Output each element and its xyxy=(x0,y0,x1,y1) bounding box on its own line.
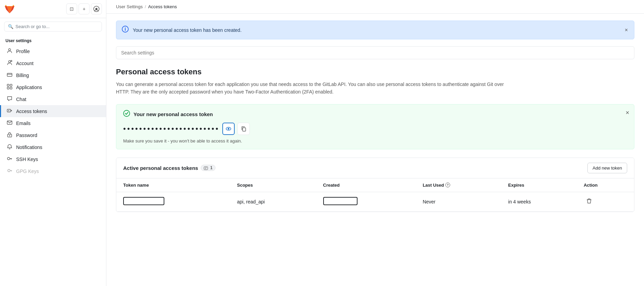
sidebar-item-chat[interactable]: Chat xyxy=(0,93,106,105)
sidebar-item-ssh-keys-label: SSH Keys xyxy=(16,157,101,162)
content-area: Your new personal access token has been … xyxy=(106,14,644,219)
active-tokens-section: Active personal access tokens 1 Add new … xyxy=(116,158,634,212)
gpg-keys-icon xyxy=(7,168,13,174)
svg-point-24 xyxy=(8,170,10,172)
password-icon xyxy=(7,132,13,138)
breadcrumb-separator: / xyxy=(145,4,146,9)
active-tokens-count: 1 xyxy=(210,165,213,170)
emails-icon xyxy=(7,120,13,126)
svg-rect-10 xyxy=(10,84,12,86)
svg-point-3 xyxy=(9,61,11,63)
svg-point-30 xyxy=(124,110,130,116)
search-bar[interactable]: 🔍 Search or go to... xyxy=(4,22,102,32)
sidebar: ⊡ + 🔍 Search or go to... User settings P… xyxy=(0,0,106,286)
token-created-placeholder xyxy=(323,197,358,205)
token-created-close-button[interactable]: × xyxy=(625,109,629,116)
token-name-placeholder xyxy=(123,197,164,205)
col-scopes: Scopes xyxy=(230,178,316,192)
search-settings-input[interactable] xyxy=(116,46,634,59)
sidebar-item-password-label: Password xyxy=(16,133,101,138)
active-tokens-header: Active personal access tokens 1 Add new … xyxy=(116,158,634,178)
sidebar-item-access-tokens-label: Access tokens xyxy=(16,109,101,114)
token-copy-button[interactable] xyxy=(237,123,250,135)
sidebar-item-access-tokens[interactable]: Access tokens xyxy=(0,105,106,117)
last-used-info-icon[interactable]: ? xyxy=(445,183,450,187)
sidebar-item-emails[interactable]: Emails xyxy=(0,117,106,129)
sidebar-item-notifications[interactable]: Notifications xyxy=(0,141,106,153)
sidebar-item-profile[interactable]: Profile xyxy=(0,45,106,57)
token-name-cell xyxy=(116,192,230,211)
col-created: Created xyxy=(316,178,416,192)
breadcrumb-current: Access tokens xyxy=(148,4,177,9)
main-content: User Settings / Access tokens Your new p… xyxy=(106,0,644,286)
svg-rect-7 xyxy=(7,73,12,76)
new-item-btn[interactable]: + xyxy=(79,3,90,14)
token-created-cell xyxy=(316,192,416,211)
sidebar-item-applications-label: Applications xyxy=(16,85,101,90)
sidebar-nav: User settings Profile Account Billing Ap… xyxy=(0,35,106,286)
info-banner-icon xyxy=(122,26,129,34)
token-action-cell xyxy=(577,192,634,211)
token-created-check-icon xyxy=(123,110,130,119)
info-banner: Your new personal access token has been … xyxy=(116,21,634,39)
svg-point-19 xyxy=(9,135,10,136)
sidebar-item-billing[interactable]: Billing xyxy=(0,69,106,81)
svg-point-20 xyxy=(8,158,10,160)
access-tokens-icon xyxy=(7,108,13,114)
svg-rect-12 xyxy=(10,87,12,89)
panel-toggle-btn[interactable]: ⊡ xyxy=(66,3,77,14)
sidebar-item-applications[interactable]: Applications xyxy=(0,81,106,93)
sidebar-item-password[interactable]: Password xyxy=(0,129,106,141)
token-last-used-cell: Never xyxy=(416,192,501,211)
breadcrumb-parent[interactable]: User Settings xyxy=(116,4,143,9)
token-expires-cell: in 4 weeks xyxy=(501,192,577,211)
search-icon: 🔍 xyxy=(8,24,13,29)
token-value-row: •••••••••••••••••••••••• xyxy=(123,123,627,135)
table-row: api, read_api Never in 4 weeks xyxy=(116,192,634,211)
sidebar-item-gpg-keys-label: GPG Keys xyxy=(16,169,101,174)
sidebar-item-profile-label: Profile xyxy=(16,49,101,54)
active-tokens-title: Active personal access tokens 1 xyxy=(123,165,215,171)
token-warning-text: Make sure you save it - you won't be abl… xyxy=(123,138,627,144)
token-created-header: Your new personal access token xyxy=(123,110,627,119)
sidebar-item-gpg-keys[interactable]: GPG Keys xyxy=(0,165,106,177)
sidebar-item-account[interactable]: Account xyxy=(0,57,106,69)
account-icon xyxy=(7,60,13,66)
page-description: You can generate a personal access token… xyxy=(116,80,511,96)
sidebar-item-billing-label: Billing xyxy=(16,73,101,78)
breadcrumb: User Settings / Access tokens xyxy=(106,0,644,14)
tokens-table: Token name Scopes Created Last Used ? Ex… xyxy=(116,178,634,212)
active-tokens-title-text: Active personal access tokens xyxy=(123,165,198,171)
section-title: User settings xyxy=(0,35,106,45)
delete-token-button[interactable] xyxy=(584,197,595,207)
sidebar-top: ⊡ + xyxy=(0,0,106,18)
sidebar-top-icons: ⊡ + xyxy=(66,3,102,14)
info-banner-close-button[interactable]: × xyxy=(623,26,630,34)
notifications-icon xyxy=(7,144,13,150)
avatar-btn[interactable] xyxy=(91,3,102,14)
token-dots: •••••••••••••••••••••••• xyxy=(123,124,220,133)
sidebar-item-account-label: Account xyxy=(16,61,101,66)
sidebar-item-notifications-label: Notifications xyxy=(16,145,101,150)
col-token-name: Token name xyxy=(116,178,230,192)
svg-point-32 xyxy=(227,128,229,129)
gitlab-logo xyxy=(4,3,15,14)
col-last-used: Last Used ? xyxy=(416,178,501,192)
svg-point-1 xyxy=(95,8,97,10)
add-new-token-button[interactable]: Add new token xyxy=(587,163,627,173)
token-created-title: Your new personal access token xyxy=(133,111,213,117)
ssh-keys-icon xyxy=(7,156,13,162)
active-tokens-count-badge: 1 xyxy=(201,165,215,171)
chat-icon xyxy=(7,96,13,102)
svg-point-2 xyxy=(9,49,11,51)
sidebar-item-ssh-keys[interactable]: SSH Keys xyxy=(0,153,106,165)
applications-icon xyxy=(7,84,13,90)
profile-icon xyxy=(7,48,13,54)
svg-rect-9 xyxy=(7,84,9,86)
svg-point-16 xyxy=(8,110,9,111)
billing-icon xyxy=(7,72,13,78)
svg-point-29 xyxy=(125,27,126,28)
sidebar-item-emails-label: Emails xyxy=(16,121,101,126)
token-show-button[interactable] xyxy=(222,123,235,135)
search-placeholder: Search or go to... xyxy=(15,24,50,29)
